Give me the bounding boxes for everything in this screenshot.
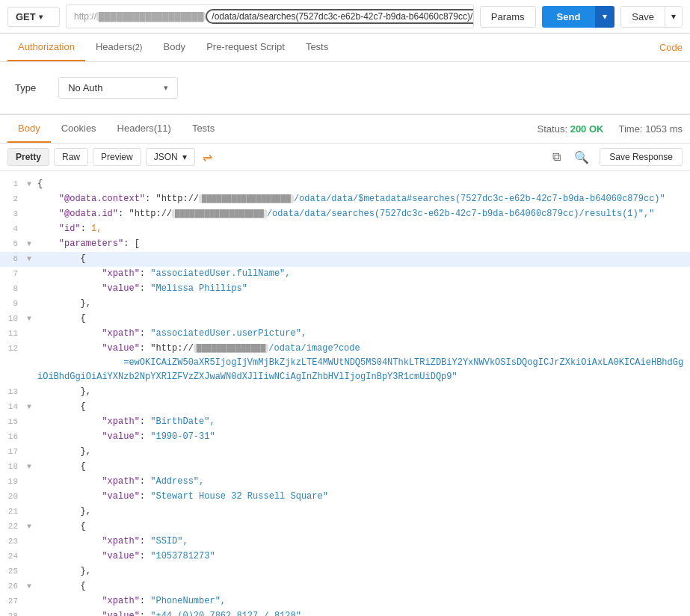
json-line: 15 "xpath": "BirthDate", <box>0 415 690 430</box>
toggle-arrow-icon <box>27 222 37 224</box>
format-select[interactable]: JSON ▾ <box>146 148 195 166</box>
top-bar: GET ▾ http:// ██████████████████ /odata/… <box>0 0 690 34</box>
json-key: "xpath" <box>102 536 139 546</box>
send-arrow-button[interactable]: ▾ <box>595 6 614 28</box>
line-number: 28 <box>6 609 27 616</box>
line-number: 13 <box>6 385 27 399</box>
json-content: "xpath": "associatedUser.userPicture", <box>37 327 684 341</box>
toggle-arrow-icon <box>27 415 37 416</box>
line-number: 23 <box>6 535 27 549</box>
json-value: "1990-07-31" <box>150 431 215 442</box>
json-content: { <box>37 460 684 474</box>
toggle-arrow-icon[interactable]: ▼ <box>27 237 37 250</box>
tab-authorization[interactable]: Authorization <box>7 34 85 61</box>
json-content: }, <box>37 564 684 579</box>
method-select[interactable]: GET ▾ <box>7 7 60 27</box>
save-button[interactable]: Save <box>621 7 665 27</box>
url-bar[interactable]: http:// ██████████████████ /odata/data/s… <box>66 4 474 28</box>
auth-type-select[interactable]: No Auth ▾ <box>58 77 178 99</box>
json-line: 9 }, <box>0 297 690 312</box>
toggle-arrow-icon[interactable]: ▼ <box>27 460 37 473</box>
json-value: "Address", <box>150 476 204 487</box>
pretty-button[interactable]: Pretty <box>7 148 49 166</box>
line-number: 8 <box>6 282 27 296</box>
json-content: "value": "+44 (0)20 7862 8127 / 8128" <box>37 609 684 616</box>
save-response-button[interactable]: Save Response <box>600 148 683 166</box>
save-arrow-button[interactable]: ▾ <box>665 7 682 27</box>
json-line: 24 "value": "1053781273" <box>0 549 690 564</box>
toggle-arrow-icon <box>27 207 37 209</box>
json-content: "xpath": "SSID", <box>37 535 684 549</box>
line-number: 14 <box>6 400 27 414</box>
json-value: "BirthDate", <box>150 416 215 427</box>
filter-icon[interactable]: ⇌ <box>203 150 212 164</box>
json-value: /odata/data/searches(7527dc3c-e62b-42c7-… <box>267 209 654 219</box>
line-number: 9 <box>6 297 27 311</box>
json-key: "value" <box>102 491 139 502</box>
toggle-arrow-icon[interactable]: ▼ <box>27 579 37 593</box>
resp-tab-headers[interactable]: Headers(11) <box>107 115 182 143</box>
json-line: 7 "xpath": "associatedUser.fullName", <box>0 267 690 282</box>
toggle-arrow-icon[interactable]: ▼ <box>27 252 37 265</box>
raw-button[interactable]: Raw <box>54 148 88 166</box>
tab-tests[interactable]: Tests <box>295 34 339 61</box>
line-number: 15 <box>6 415 27 429</box>
toggle-arrow-icon[interactable]: ▼ <box>27 312 37 325</box>
json-value: "associatedUser.userPicture", <box>150 328 307 339</box>
json-content: }, <box>37 505 684 519</box>
tab-prerequest[interactable]: Pre-request Script <box>196 34 295 61</box>
status-label: Status: 200 OK <box>537 123 604 135</box>
json-key: "@odata.context" <box>59 194 145 204</box>
json-bracket: { <box>81 581 86 591</box>
json-line: 21 }, <box>0 505 690 520</box>
resp-tab-tests[interactable]: Tests <box>182 115 225 143</box>
json-content: { <box>37 579 684 594</box>
toggle-arrow-icon <box>27 490 37 491</box>
toggle-arrow-icon[interactable]: ▼ <box>27 520 37 533</box>
json-key: "xpath" <box>102 268 139 279</box>
resp-tab-cookies[interactable]: Cookies <box>51 115 107 143</box>
toggle-arrow-icon[interactable]: ▼ <box>27 400 37 413</box>
json-bracket: }, <box>81 566 91 576</box>
toggle-arrow-icon <box>27 445 37 446</box>
toggle-arrow-icon <box>27 594 37 596</box>
json-content: { <box>37 520 684 534</box>
json-value: "associatedUser.fullName", <box>150 268 290 279</box>
toggle-arrow-icon <box>27 609 37 611</box>
line-number: 7 <box>6 267 27 281</box>
toggle-arrow-icon <box>27 535 37 536</box>
line-number: 26 <box>6 579 27 594</box>
json-bracket: { <box>81 521 86 532</box>
send-button[interactable]: Send <box>542 6 596 28</box>
json-value: "Stewart House 32 Russell Square" <box>150 491 328 502</box>
resp-tab-body[interactable]: Body <box>7 115 51 143</box>
toggle-arrow-icon <box>27 505 37 506</box>
tab-headers[interactable]: Headers(2) <box>85 34 153 61</box>
json-content: "value": "1053781273" <box>37 549 684 564</box>
json-content: }, <box>37 297 684 311</box>
json-line: 3 "@odata.id": "http://█████████████████… <box>0 207 690 222</box>
line-number: 18 <box>6 460 27 474</box>
json-line: 23 "xpath": "SSID", <box>0 535 690 549</box>
toggle-arrow-icon <box>27 282 37 283</box>
auth-type-value: No Auth <box>68 82 158 93</box>
json-bracket: }, <box>81 386 91 397</box>
json-line: 2 "@odata.context": "http://████████████… <box>0 192 690 207</box>
json-viewer: 1▼{2 "@odata.context": "http://█████████… <box>0 171 690 616</box>
json-key: "value" <box>102 611 139 616</box>
copy-button[interactable]: ⧉ <box>549 149 564 165</box>
json-key: "xpath" <box>102 476 139 487</box>
search-button[interactable]: 🔍 <box>571 149 592 166</box>
json-line: 17 }, <box>0 445 690 460</box>
json-key: "value" <box>102 431 139 442</box>
json-line: 18▼ { <box>0 460 690 475</box>
line-number: 12 <box>6 342 27 356</box>
code-link[interactable]: Code <box>659 42 683 53</box>
json-line: 1▼{ <box>0 177 690 192</box>
preview-button[interactable]: Preview <box>93 148 141 166</box>
tab-body[interactable]: Body <box>153 34 196 61</box>
json-key: "id" <box>59 224 81 234</box>
json-line: 5▼ "parameters": [ <box>0 237 690 252</box>
toggle-arrow-icon[interactable]: ▼ <box>27 177 37 191</box>
params-button[interactable]: Params <box>480 6 536 28</box>
